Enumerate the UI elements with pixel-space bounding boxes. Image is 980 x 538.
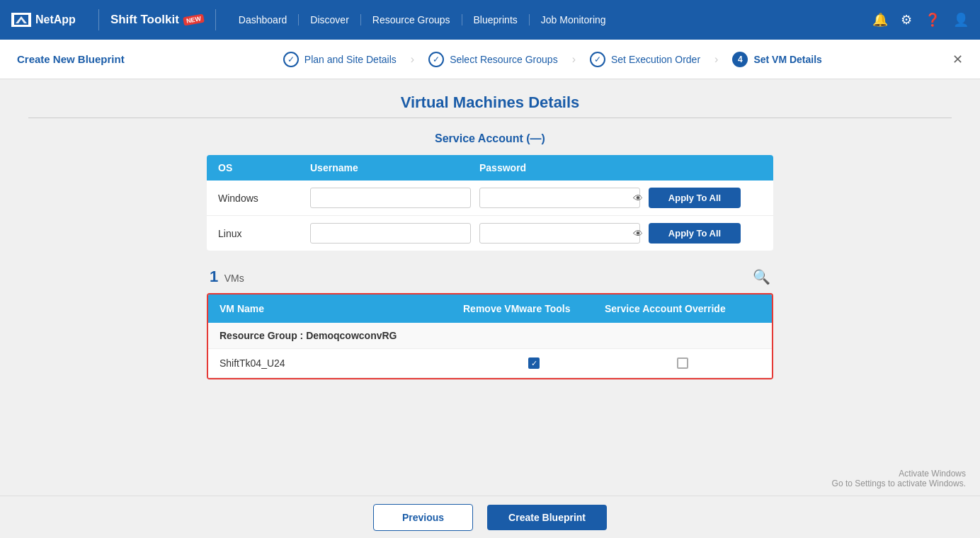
nav-dashboard[interactable]: Dashboard	[227, 14, 300, 25]
vm-row: ShiftTk04_U24	[208, 349, 772, 378]
windows-os-label: Windows	[218, 193, 310, 204]
user-icon[interactable]: 👤	[953, 12, 969, 28]
nav-resource-groups[interactable]: Resource Groups	[361, 14, 462, 25]
windows-row: Windows 👁 Apply To All	[207, 181, 773, 216]
step1-icon: ✓	[283, 52, 299, 67]
linux-apply-all-button[interactable]: Apply To All	[649, 223, 741, 244]
breadcrumb-steps: ✓ Plan and Site Details › ✓ Select Resou…	[153, 52, 952, 67]
vm-count-label: VMs	[224, 273, 244, 284]
step-plan-site: ✓ Plan and Site Details	[269, 52, 411, 67]
windows-password-input[interactable]	[479, 188, 640, 208]
windows-username-input[interactable]	[310, 188, 471, 208]
shift-toolkit-label: Shift Toolkit	[110, 13, 179, 27]
service-account-table: OS Username Password Windows 👁 Apply To …	[207, 155, 773, 251]
close-icon[interactable]: ✕	[952, 52, 963, 67]
vm-name: ShiftTk04_U24	[220, 357, 463, 369]
vm-count-display: 1 VMs	[210, 268, 244, 286]
service-account-override-checkbox-cell[interactable]	[605, 357, 760, 369]
netapp-brand-name: NetApp	[35, 13, 76, 26]
step4-label: Set VM Details	[753, 54, 821, 65]
step2-icon: ✓	[428, 52, 444, 67]
netapp-logo-icon	[11, 13, 31, 27]
vm-group-label: Resource Group : DemoqcowconvRG	[208, 323, 772, 349]
windows-apply-all-button[interactable]: Apply To All	[649, 188, 741, 208]
settings-icon[interactable]: ⚙	[901, 12, 912, 28]
vm-count-number: 1	[210, 268, 218, 285]
header-os: OS	[218, 162, 310, 173]
step-select-rg: ✓ Select Resource Groups	[414, 52, 572, 67]
linux-password-input[interactable]	[479, 223, 640, 244]
nav-divider-2	[215, 9, 216, 30]
linux-os-label: Linux	[218, 228, 310, 239]
netapp-logo: NetApp	[11, 13, 76, 27]
vm-header-service-account: Service Account Override	[605, 303, 760, 314]
windows-eye-icon[interactable]: 👁	[633, 193, 643, 204]
step3-label: Set Execution Order	[611, 54, 700, 65]
header-action	[649, 162, 762, 173]
remove-vmware-checkbox-cell[interactable]	[463, 357, 605, 369]
remove-vmware-checkbox[interactable]	[528, 357, 540, 369]
step-execution-order: ✓ Set Execution Order	[576, 52, 714, 67]
linux-username-input[interactable]	[310, 223, 471, 244]
service-account-override-checkbox[interactable]	[677, 357, 688, 369]
page-title: Virtual Machines Details	[28, 93, 952, 112]
header-password: Password	[479, 162, 649, 173]
vm-table: VM Name Remove VMware Tools Service Acco…	[207, 293, 773, 379]
create-blueprint-button[interactable]: Create Blueprint	[487, 505, 607, 530]
top-nav: NetApp Shift Toolkit NEW Dashboard Disco…	[0, 0, 980, 40]
linux-row: Linux 👁 Apply To All	[207, 216, 773, 251]
footer-bar: Previous Create Blueprint	[0, 496, 980, 538]
page-title-divider	[28, 118, 952, 118]
step3-icon: ✓	[590, 52, 605, 67]
nav-icons: 🔔 ⚙ ❓ 👤	[872, 12, 969, 28]
breadcrumb-bar: Create New Blueprint ✓ Plan and Site Det…	[0, 40, 980, 79]
linux-eye-icon[interactable]: 👁	[633, 228, 643, 239]
previous-button[interactable]: Previous	[373, 504, 473, 531]
shift-toolkit-brand: Shift Toolkit NEW	[110, 13, 204, 27]
nav-divider-1	[98, 9, 99, 30]
vm-count-bar: 1 VMs 🔍	[207, 268, 773, 286]
main-content: Virtual Machines Details Service Account…	[0, 79, 980, 496]
notifications-icon[interactable]: 🔔	[872, 12, 888, 28]
step1-label: Plan and Site Details	[304, 54, 397, 65]
nav-blueprints[interactable]: Blueprints	[462, 14, 530, 25]
vm-header-remove-vmware: Remove VMware Tools	[463, 303, 605, 314]
vm-header-name: VM Name	[220, 303, 463, 314]
nav-job-monitoring[interactable]: Job Monitoring	[530, 14, 617, 25]
nav-links: Dashboard Discover Resource Groups Bluep…	[227, 14, 872, 25]
step4-icon: 4	[732, 52, 748, 67]
step2-label: Select Resource Groups	[450, 54, 558, 65]
service-account-header: OS Username Password	[207, 155, 773, 181]
header-username: Username	[310, 162, 479, 173]
help-icon[interactable]: ❓	[925, 12, 940, 28]
vm-table-header: VM Name Remove VMware Tools Service Acco…	[208, 294, 772, 323]
service-account-title: Service Account (—)	[28, 132, 952, 145]
nav-new-tag: NEW	[183, 14, 205, 26]
step-vm-details: 4 Set VM Details	[718, 52, 836, 67]
nav-discover[interactable]: Discover	[299, 14, 360, 25]
breadcrumb-title: Create New Blueprint	[17, 53, 125, 65]
vm-search-icon[interactable]: 🔍	[753, 268, 770, 285]
